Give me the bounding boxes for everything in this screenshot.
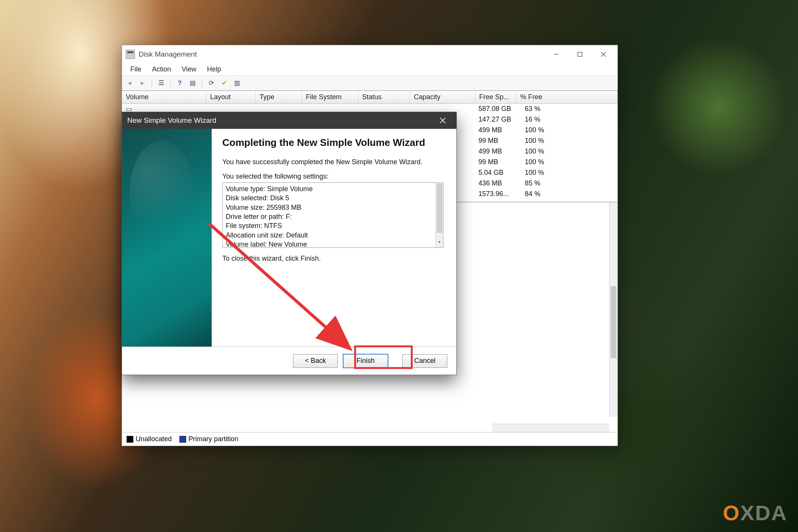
cell-free: 680.48 GB: [475, 201, 521, 202]
nav-back-icon[interactable]: ◄: [124, 78, 135, 89]
vertical-scrollbar[interactable]: [609, 203, 618, 417]
wizard-list-scrollbar[interactable]: ▾: [435, 183, 443, 247]
menubar: File Action View Help: [122, 63, 618, 76]
wizard-heading: Completing the New Simple Volume Wizard: [222, 136, 443, 149]
wizard-settings-intro: You selected the following settings:: [222, 172, 443, 181]
view-list-icon[interactable]: ▤: [187, 78, 198, 89]
legend: Unallocated Primary partition: [122, 432, 618, 446]
refresh-icon[interactable]: ⟳: [206, 78, 217, 89]
cell-pct: 100 %: [521, 169, 555, 177]
menu-view[interactable]: View: [176, 64, 202, 74]
list-item: Volume label: New Volume: [226, 240, 432, 247]
col-capacity[interactable]: Capacity: [410, 91, 475, 103]
wizard-close-hint: To close this wizard, click Finish.: [222, 254, 443, 263]
svg-rect-1: [578, 52, 582, 57]
cell-free: 499 MB: [475, 126, 521, 135]
cell-free: 99 MB: [475, 137, 521, 145]
legend-unallocated: Unallocated: [127, 435, 172, 443]
scrollbar-thumb[interactable]: [437, 184, 442, 233]
col-layout[interactable]: Layout: [206, 91, 256, 103]
list-item: Volume size: 255983 MB: [226, 203, 432, 212]
cell-pct: 16 %: [521, 116, 555, 124]
minimize-button[interactable]: [545, 46, 568, 62]
col-filesystem[interactable]: File System: [302, 91, 358, 103]
cell-pct: 100 %: [521, 158, 555, 166]
cell-free: 147.27 GB: [475, 116, 521, 124]
cell-pct: 18 %: [521, 201, 555, 202]
col-type[interactable]: Type: [256, 91, 302, 103]
cancel-button[interactable]: Cancel: [402, 354, 447, 368]
col-status[interactable]: Status: [358, 91, 410, 103]
cell-pct: 100 %: [521, 137, 555, 145]
cell-free: 436 MB: [475, 179, 521, 188]
cell-pct: 100 %: [521, 126, 555, 135]
nav-forward-icon[interactable]: ►: [137, 78, 148, 89]
new-simple-volume-wizard: New Simple Volume Wizard Completing the …: [122, 112, 457, 375]
legend-primary: Primary partition: [179, 435, 238, 443]
wizard-titlebar[interactable]: New Simple Volume Wizard: [122, 112, 456, 129]
menu-action[interactable]: Action: [147, 64, 176, 74]
wizard-title: New Simple Volume Wizard: [127, 116, 216, 125]
horizontal-scrollbar[interactable]: [492, 424, 609, 432]
list-item: Drive letter or path: F:: [226, 212, 432, 221]
maximize-button[interactable]: [568, 46, 592, 62]
list-item: Volume type: Simple Volume: [226, 184, 432, 193]
scroll-down-icon[interactable]: ▾: [436, 240, 443, 247]
cell-free: 587.08 GB: [475, 105, 521, 113]
wizard-button-row: < Back Finish Cancel: [122, 347, 456, 375]
col-volume[interactable]: Volume: [122, 91, 206, 103]
cell-pct: 85 %: [521, 179, 555, 188]
cell-free: 499 MB: [475, 147, 521, 156]
properties-check-icon[interactable]: ✔: [219, 78, 230, 89]
menu-help[interactable]: Help: [202, 64, 226, 74]
list-item: Allocation unit size: Default: [226, 231, 432, 240]
wizard-close-button[interactable]: [434, 112, 451, 129]
finish-button[interactable]: Finish: [343, 354, 388, 368]
wizard-settings-list[interactable]: Volume type: Simple VolumeDisk selected:…: [222, 182, 443, 248]
show-hide-tree-icon[interactable]: ☰: [156, 78, 166, 89]
close-button[interactable]: [592, 46, 615, 62]
cell-free: 99 MB: [475, 158, 521, 166]
menu-file[interactable]: File: [125, 64, 147, 74]
titlebar[interactable]: Disk Management: [122, 45, 618, 63]
app-icon: [126, 50, 135, 59]
toolbar: ◄ ► ☰ ? ▤ ⟳ ✔ ▥: [122, 76, 618, 91]
help-icon[interactable]: ?: [174, 78, 185, 89]
cell-free: 5.04 GB: [475, 169, 521, 177]
watermark-xda: OXDA: [723, 500, 787, 525]
col-freespace[interactable]: Free Sp...: [475, 91, 516, 103]
settings-panel-icon[interactable]: ▥: [232, 78, 242, 89]
back-button[interactable]: < Back: [293, 354, 338, 368]
wizard-success-text: You have successfully completed the New …: [222, 157, 443, 166]
wizard-sidebar-graphic: [122, 129, 212, 347]
list-item: Disk selected: Disk 5: [226, 193, 432, 203]
cell-pct: 84 %: [521, 190, 555, 198]
window-title: Disk Management: [139, 50, 197, 59]
list-item: File system: NTFS: [226, 221, 432, 230]
cell-free: 1573.96...: [475, 190, 521, 198]
volume-list-header[interactable]: Volume Layout Type File System Status Ca…: [122, 91, 618, 104]
col-pctfree[interactable]: % Free: [516, 91, 618, 103]
scrollbar-thumb[interactable]: [611, 286, 616, 358]
cell-pct: 63 %: [521, 105, 555, 113]
cell-pct: 100 %: [521, 147, 555, 156]
